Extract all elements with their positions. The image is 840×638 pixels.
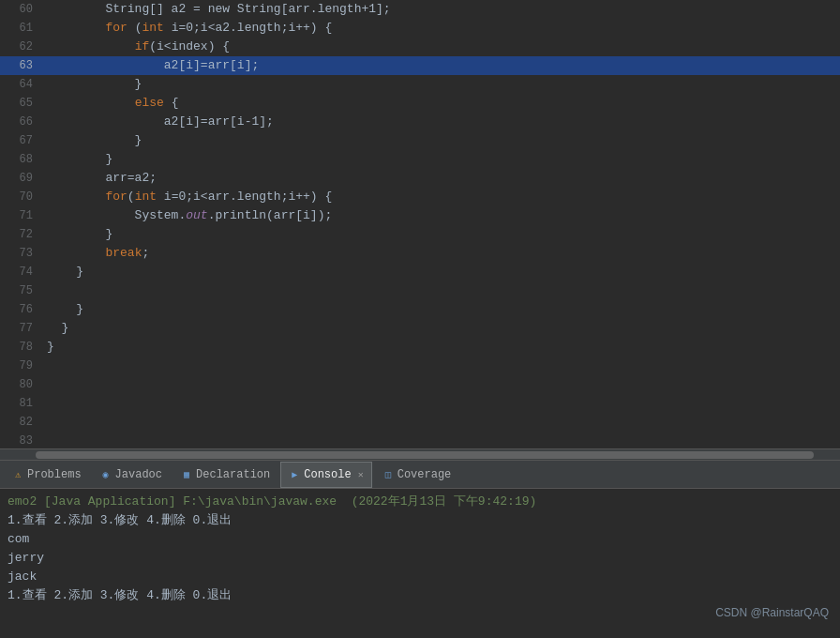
line-code: }	[42, 263, 840, 281]
line-number: 73	[0, 244, 42, 263]
code-line: 67 }	[0, 131, 840, 150]
javadoc-tab-label: Javadoc	[115, 468, 162, 481]
line-code	[42, 432, 840, 448]
console-line-3: com	[8, 530, 832, 549]
line-number: 65	[0, 94, 42, 113]
console-line-1: 1.查看 2.添加 3.修改 4.删除 0.退出	[8, 511, 832, 530]
line-code: break;	[42, 244, 840, 263]
line-number: 67	[0, 131, 42, 150]
coverage-tab-label: Coverage	[398, 468, 452, 481]
line-number: 64	[0, 75, 42, 94]
scrollbar-thumb[interactable]	[36, 451, 814, 459]
line-number: 74	[0, 263, 42, 281]
console-tab-icon: ▶	[289, 469, 300, 480]
coverage-tab-icon: ◫	[382, 469, 394, 480]
line-code	[42, 281, 840, 300]
code-line: 76 }	[0, 300, 840, 319]
tab-declaration[interactable]: ▦Declaration	[172, 462, 278, 488]
line-code: }	[42, 225, 840, 244]
line-number: 82	[0, 413, 42, 432]
horizontal-scrollbar[interactable]	[0, 448, 840, 460]
code-editor: 60 String[] a2 = new String[arr.length+1…	[0, 0, 840, 448]
code-line: 78}	[0, 338, 840, 357]
line-number: 72	[0, 225, 42, 244]
line-code: }	[42, 338, 840, 357]
line-number: 79	[0, 357, 42, 375]
line-code	[42, 394, 840, 413]
problems-tab-icon: ⚠	[12, 469, 23, 480]
line-code	[42, 413, 840, 432]
code-line: 72 }	[0, 225, 840, 244]
console-tab-label: Console	[304, 468, 351, 481]
code-line: 83	[0, 432, 840, 448]
line-number: 69	[0, 169, 42, 188]
line-code: for (int i=0;i<a2.length;i++) {	[42, 19, 840, 38]
code-line: 82	[0, 413, 840, 432]
console-line-5: jack	[8, 568, 832, 586]
line-number: 78	[0, 338, 42, 357]
javadoc-tab-icon: ◉	[100, 469, 112, 480]
code-line: 74 }	[0, 263, 840, 281]
line-code	[42, 375, 840, 394]
line-code: }	[42, 300, 840, 319]
line-number: 62	[0, 38, 42, 56]
code-line: 69 arr=a2;	[0, 169, 840, 188]
line-number: 70	[0, 188, 42, 206]
code-line: 68 }	[0, 150, 840, 169]
line-number: 77	[0, 319, 42, 338]
line-code	[42, 357, 840, 375]
line-number: 75	[0, 281, 42, 300]
line-number: 80	[0, 375, 42, 394]
console-tab-close[interactable]: ✕	[358, 469, 364, 480]
line-number: 83	[0, 432, 42, 448]
line-code: }	[42, 150, 840, 169]
line-number: 71	[0, 206, 42, 225]
line-code: }	[42, 131, 840, 150]
line-code: System.out.println(arr[i]);	[42, 206, 840, 225]
code-line: 65 else {	[0, 94, 840, 113]
line-code: a2[i]=arr[i-1];	[42, 113, 840, 131]
console-line-4: jerry	[8, 549, 832, 568]
code-line: 71 System.out.println(arr[i]);	[0, 206, 840, 225]
declaration-tab-label: Declaration	[196, 468, 270, 481]
line-code: String[] a2 = new String[arr.length+1];	[42, 0, 840, 19]
declaration-tab-icon: ▦	[181, 469, 192, 480]
line-number: 63	[0, 56, 42, 75]
line-code: }	[42, 75, 840, 94]
line-code: arr=a2;	[42, 169, 840, 188]
line-number: 81	[0, 394, 42, 413]
panel-tabs: ⚠Problems◉Javadoc▦Declaration▶Console✕◫C…	[0, 460, 840, 488]
code-line: 79	[0, 357, 840, 375]
code-line: 62 if(i<index) {	[0, 38, 840, 56]
tab-javadoc[interactable]: ◉Javadoc	[92, 462, 171, 488]
line-code: else {	[42, 94, 840, 113]
line-number: 61	[0, 19, 42, 38]
code-line: 70 for(int i=0;i<arr.length;i++) {	[0, 188, 840, 206]
line-code: if(i<index) {	[42, 38, 840, 56]
code-line: 81	[0, 394, 840, 413]
code-line: 75	[0, 281, 840, 300]
tab-coverage[interactable]: ◫Coverage	[374, 462, 460, 488]
line-number: 76	[0, 300, 42, 319]
line-code: }	[42, 319, 840, 338]
console-line-6: 1.查看 2.添加 3.修改 4.删除 0.退出	[8, 586, 832, 605]
line-code: a2[i]=arr[i];	[42, 56, 840, 75]
line-number: 68	[0, 150, 42, 169]
watermark: CSDN @RainstarQAQ	[715, 606, 829, 619]
code-line: 66 a2[i]=arr[i-1];	[0, 113, 840, 131]
console-app-info: emo2 [Java Application] F:\java\bin\java…	[8, 493, 832, 511]
code-line: 64 }	[0, 75, 840, 94]
problems-tab-label: Problems	[27, 468, 82, 481]
line-number: 60	[0, 0, 42, 19]
code-line: 61 for (int i=0;i<a2.length;i++) {	[0, 19, 840, 38]
code-line: 63 a2[i]=arr[i];	[0, 56, 840, 75]
tab-problems[interactable]: ⚠Problems	[4, 462, 90, 488]
line-number: 66	[0, 113, 42, 131]
line-code: for(int i=0;i<arr.length;i++) {	[42, 188, 840, 206]
console-area: emo2 [Java Application] F:\java\bin\java…	[0, 488, 840, 638]
code-line: 80	[0, 375, 840, 394]
tab-console[interactable]: ▶Console✕	[280, 462, 371, 488]
code-line: 77 }	[0, 319, 840, 338]
code-line: 73 break;	[0, 244, 840, 263]
code-line: 60 String[] a2 = new String[arr.length+1…	[0, 0, 840, 19]
